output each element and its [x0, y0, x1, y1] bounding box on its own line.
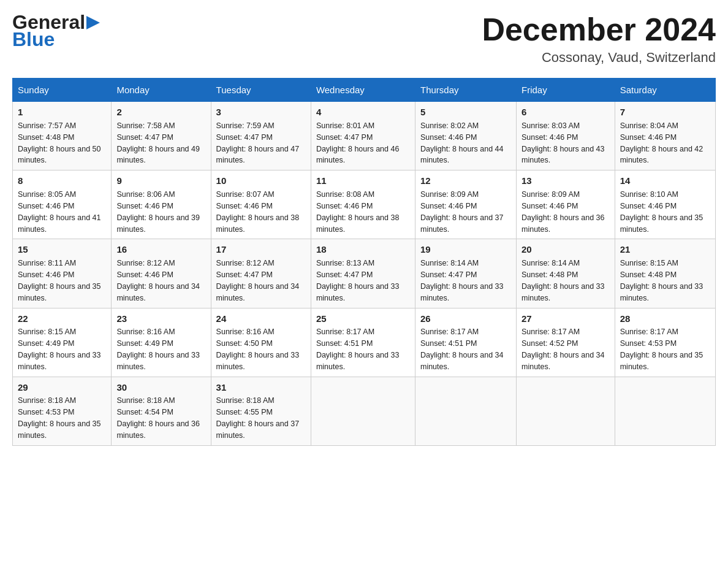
day-info: Sunrise: 8:15 AMSunset: 4:48 PMDaylight:…	[620, 259, 703, 302]
calendar-cell: 9 Sunrise: 8:06 AMSunset: 4:46 PMDayligh…	[112, 170, 211, 239]
day-number: 31	[216, 381, 306, 394]
day-info: Sunrise: 8:13 AMSunset: 4:47 PMDaylight:…	[316, 259, 400, 302]
day-info: Sunrise: 8:09 AMSunset: 4:46 PMDaylight:…	[420, 190, 504, 234]
day-info: Sunrise: 8:06 AMSunset: 4:46 PMDaylight:…	[116, 190, 200, 234]
calendar-cell: 30 Sunrise: 8:18 AMSunset: 4:54 PMDaylig…	[112, 377, 211, 445]
calendar-cell: 11 Sunrise: 8:08 AMSunset: 4:46 PMDaylig…	[311, 170, 415, 239]
day-number: 17	[216, 243, 306, 256]
day-number: 13	[521, 174, 610, 188]
calendar-cell: 2 Sunrise: 7:58 AMSunset: 4:47 PMDayligh…	[112, 102, 211, 170]
header-day-monday: Monday	[112, 79, 211, 102]
header-day-sunday: Sunday	[13, 79, 112, 102]
calendar-cell: 8 Sunrise: 8:05 AMSunset: 4:46 PMDayligh…	[13, 170, 112, 239]
day-info: Sunrise: 8:01 AMSunset: 4:47 PMDaylight:…	[316, 121, 400, 165]
calendar-cell: 1 Sunrise: 7:57 AMSunset: 4:48 PMDayligh…	[13, 102, 112, 170]
calendar-cell: 10 Sunrise: 8:07 AMSunset: 4:46 PMDaylig…	[211, 170, 311, 239]
calendar-cell: 14 Sunrise: 8:10 AMSunset: 4:46 PMDaylig…	[615, 170, 715, 239]
calendar-cell: 6 Sunrise: 8:03 AMSunset: 4:46 PMDayligh…	[516, 102, 615, 170]
calendar-cell: 31 Sunrise: 8:18 AMSunset: 4:55 PMDaylig…	[211, 377, 311, 445]
day-number: 12	[420, 174, 511, 188]
day-info: Sunrise: 8:17 AMSunset: 4:53 PMDaylight:…	[620, 327, 703, 371]
calendar-cell: 27 Sunrise: 8:17 AMSunset: 4:52 PMDaylig…	[516, 308, 615, 377]
day-info: Sunrise: 8:15 AMSunset: 4:49 PMDaylight:…	[18, 327, 101, 371]
day-number: 28	[620, 312, 710, 326]
day-info: Sunrise: 8:05 AMSunset: 4:46 PMDaylight:…	[18, 190, 101, 234]
day-info: Sunrise: 8:18 AMSunset: 4:55 PMDaylight:…	[216, 396, 300, 440]
calendar-cell: 23 Sunrise: 8:16 AMSunset: 4:49 PMDaylig…	[112, 308, 211, 377]
day-info: Sunrise: 8:04 AMSunset: 4:46 PMDaylight:…	[620, 121, 703, 165]
calendar-week-row: 29 Sunrise: 8:18 AMSunset: 4:53 PMDaylig…	[13, 377, 716, 445]
day-info: Sunrise: 8:02 AMSunset: 4:46 PMDaylight:…	[420, 121, 504, 165]
day-info: Sunrise: 7:59 AMSunset: 4:47 PMDaylight:…	[216, 121, 300, 165]
calendar-cell: 17 Sunrise: 8:12 AMSunset: 4:47 PMDaylig…	[211, 239, 311, 308]
title-block: December 2024 Cossonay, Vaud, Switzerlan…	[482, 12, 716, 66]
day-number: 9	[116, 174, 205, 188]
day-number: 24	[216, 312, 306, 326]
day-number: 10	[216, 174, 306, 188]
day-info: Sunrise: 8:17 AMSunset: 4:52 PMDaylight:…	[521, 327, 605, 371]
calendar-week-row: 8 Sunrise: 8:05 AMSunset: 4:46 PMDayligh…	[13, 170, 716, 239]
day-number: 29	[18, 381, 106, 394]
calendar-week-row: 1 Sunrise: 7:57 AMSunset: 4:48 PMDayligh…	[13, 102, 716, 170]
calendar-cell: 7 Sunrise: 8:04 AMSunset: 4:46 PMDayligh…	[615, 102, 715, 170]
day-number: 22	[18, 312, 106, 326]
calendar-week-row: 15 Sunrise: 8:11 AMSunset: 4:46 PMDaylig…	[13, 239, 716, 308]
calendar-cell: 20 Sunrise: 8:14 AMSunset: 4:48 PMDaylig…	[516, 239, 615, 308]
day-info: Sunrise: 8:16 AMSunset: 4:49 PMDaylight:…	[116, 327, 200, 371]
logo-blue: Blue	[12, 29, 55, 49]
calendar-cell	[516, 377, 615, 445]
calendar-cell: 4 Sunrise: 8:01 AMSunset: 4:47 PMDayligh…	[311, 102, 415, 170]
header-day-friday: Friday	[516, 79, 615, 102]
day-info: Sunrise: 8:11 AMSunset: 4:46 PMDaylight:…	[18, 259, 101, 302]
day-number: 11	[316, 174, 410, 188]
day-number: 4	[316, 105, 410, 119]
day-number: 14	[620, 174, 710, 188]
calendar-cell: 22 Sunrise: 8:15 AMSunset: 4:49 PMDaylig…	[13, 308, 112, 377]
day-number: 3	[216, 105, 306, 119]
svg-marker-0	[86, 16, 100, 29]
calendar-cell	[415, 377, 516, 445]
location: Cossonay, Vaud, Switzerland	[482, 50, 716, 66]
day-info: Sunrise: 7:57 AMSunset: 4:48 PMDaylight:…	[18, 121, 101, 165]
day-info: Sunrise: 8:12 AMSunset: 4:47 PMDaylight:…	[216, 259, 300, 302]
calendar-cell: 18 Sunrise: 8:13 AMSunset: 4:47 PMDaylig…	[311, 239, 415, 308]
header-day-saturday: Saturday	[615, 79, 715, 102]
calendar-cell	[615, 377, 715, 445]
day-info: Sunrise: 8:10 AMSunset: 4:46 PMDaylight:…	[620, 190, 703, 234]
header-day-thursday: Thursday	[415, 79, 516, 102]
calendar-cell: 15 Sunrise: 8:11 AMSunset: 4:46 PMDaylig…	[13, 239, 112, 308]
header-row: SundayMondayTuesdayWednesdayThursdayFrid…	[13, 79, 716, 102]
day-number: 1	[18, 105, 106, 119]
day-number: 18	[316, 243, 410, 256]
logo-arrow-icon	[86, 16, 100, 29]
calendar-cell: 28 Sunrise: 8:17 AMSunset: 4:53 PMDaylig…	[615, 308, 715, 377]
day-info: Sunrise: 8:17 AMSunset: 4:51 PMDaylight:…	[316, 327, 400, 371]
day-info: Sunrise: 8:08 AMSunset: 4:46 PMDaylight:…	[316, 190, 400, 234]
calendar-cell	[311, 377, 415, 445]
header-day-wednesday: Wednesday	[311, 79, 415, 102]
calendar-week-row: 22 Sunrise: 8:15 AMSunset: 4:49 PMDaylig…	[13, 308, 716, 377]
calendar-cell: 5 Sunrise: 8:02 AMSunset: 4:46 PMDayligh…	[415, 102, 516, 170]
calendar-table: SundayMondayTuesdayWednesdayThursdayFrid…	[12, 78, 716, 446]
logo: General Blue	[12, 12, 100, 49]
day-number: 6	[521, 105, 610, 119]
day-number: 30	[116, 381, 205, 394]
day-number: 8	[18, 174, 106, 188]
day-number: 26	[420, 312, 511, 326]
day-number: 19	[420, 243, 511, 256]
calendar-cell: 24 Sunrise: 8:16 AMSunset: 4:50 PMDaylig…	[211, 308, 311, 377]
day-info: Sunrise: 8:17 AMSunset: 4:51 PMDaylight:…	[420, 327, 504, 371]
header-day-tuesday: Tuesday	[211, 79, 311, 102]
day-info: Sunrise: 8:12 AMSunset: 4:46 PMDaylight:…	[116, 259, 200, 302]
day-number: 21	[620, 243, 710, 256]
calendar-cell: 25 Sunrise: 8:17 AMSunset: 4:51 PMDaylig…	[311, 308, 415, 377]
calendar-cell: 13 Sunrise: 8:09 AMSunset: 4:46 PMDaylig…	[516, 170, 615, 239]
day-number: 25	[316, 312, 410, 326]
calendar-cell: 19 Sunrise: 8:14 AMSunset: 4:47 PMDaylig…	[415, 239, 516, 308]
day-info: Sunrise: 8:09 AMSunset: 4:46 PMDaylight:…	[521, 190, 605, 234]
day-info: Sunrise: 8:14 AMSunset: 4:47 PMDaylight:…	[420, 259, 504, 302]
day-number: 16	[116, 243, 205, 256]
calendar-cell: 3 Sunrise: 7:59 AMSunset: 4:47 PMDayligh…	[211, 102, 311, 170]
page-header: General Blue December 2024 Cossonay, Vau…	[12, 12, 716, 66]
day-number: 7	[620, 105, 710, 119]
